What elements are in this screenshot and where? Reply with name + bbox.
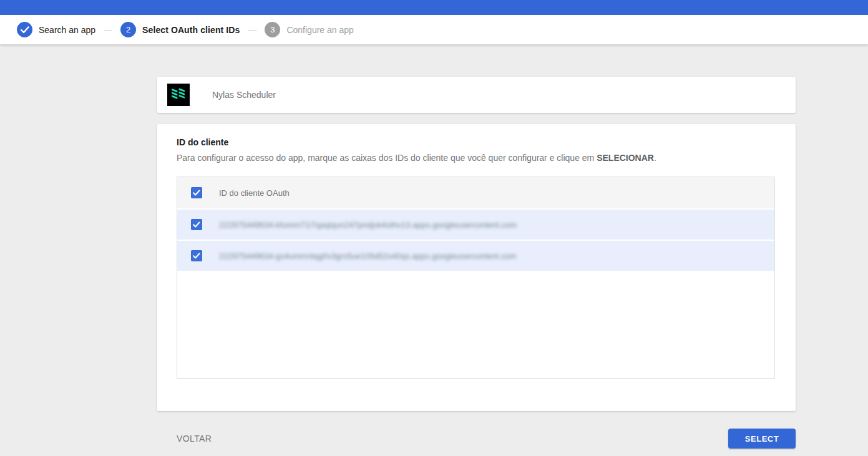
step-number-badge: 2 — [120, 22, 136, 37]
description-text: Para configurar o acesso do app, marque … — [177, 153, 597, 163]
client-ids-card: ID do cliente Para configurar o acesso d… — [157, 124, 796, 411]
table-header-row: ID do cliente OAuth — [177, 177, 774, 208]
section-title: ID do cliente — [177, 137, 775, 147]
select-all-checkbox[interactable] — [191, 187, 202, 198]
client-id-text-redacted: 222975449634-gs4ummntqg0v3grs5ue105d52o4… — [219, 251, 516, 261]
row-checkbox[interactable] — [191, 250, 202, 261]
column-header-label: ID do cliente OAuth — [219, 188, 290, 198]
table-row[interactable]: 222975449634-kfumm71i7qaqiqun247pndjsk4o… — [177, 208, 774, 240]
main-content: Nylas Scheduler ID do cliente Para confi… — [0, 44, 868, 449]
top-bar — [0, 0, 868, 15]
description-text: . — [654, 153, 656, 163]
step-separator: — — [248, 25, 256, 35]
step-search-an-app[interactable]: Search an app — [17, 22, 95, 37]
description-bold-text: SELECIONAR — [597, 153, 654, 163]
oauth-client-ids-table: ID do cliente OAuth 222975449634-kfumm71… — [177, 177, 775, 379]
step-completed-check-icon — [17, 22, 32, 37]
section-description: Para configurar o acesso do app, marque … — [177, 153, 775, 163]
footer-actions: VOLTAR SELECT — [157, 429, 796, 449]
client-id-text-redacted: 222975449634-kfumm71i7qaqiqun247pndjsk4o… — [219, 220, 517, 230]
step-label: Configure an app — [286, 25, 353, 35]
step-separator: — — [104, 25, 112, 35]
step-label: Select OAuth client IDs — [142, 25, 240, 35]
app-name: Nylas Scheduler — [212, 90, 276, 100]
back-button[interactable]: VOLTAR — [177, 434, 212, 444]
select-button[interactable]: SELECT — [728, 429, 796, 449]
app-card: Nylas Scheduler — [157, 77, 796, 113]
stepper: Search an app — 2 Select OAuth client ID… — [0, 15, 868, 44]
table-row[interactable]: 222975449634-gs4ummntqg0v3grs5ue105d52o4… — [177, 240, 774, 271]
step-number-badge: 3 — [265, 22, 280, 37]
nylas-logo-icon — [167, 84, 190, 106]
row-checkbox[interactable] — [191, 219, 202, 230]
step-select-oauth-client-ids[interactable]: 2 Select OAuth client IDs — [120, 22, 240, 37]
step-configure-an-app: 3 Configure an app — [265, 22, 353, 37]
step-label: Search an app — [39, 25, 95, 35]
